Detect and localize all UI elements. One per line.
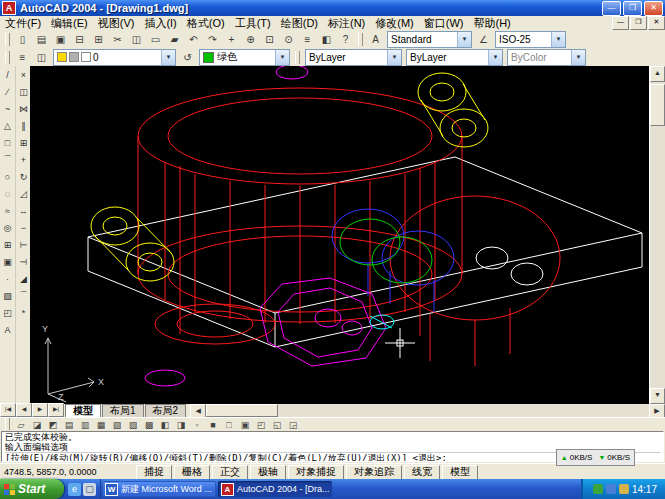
region-icon[interactable]: ◰ bbox=[0, 304, 16, 321]
clock[interactable]: 14:17 bbox=[632, 484, 657, 495]
undo-icon[interactable]: ↶ bbox=[184, 30, 203, 48]
restore-button[interactable]: ❐ bbox=[623, 1, 642, 16]
save-icon[interactable]: ▣ bbox=[51, 30, 70, 48]
menu-item[interactable]: 标注(N) bbox=[323, 16, 370, 31]
vertical-scroll-thumb[interactable] bbox=[650, 84, 665, 126]
color-combo[interactable]: 绿色 ▼ bbox=[199, 49, 290, 66]
circle-icon[interactable]: ○ bbox=[0, 168, 16, 185]
redo-icon[interactable]: ↷ bbox=[203, 30, 222, 48]
menu-item[interactable]: 修改(M) bbox=[370, 16, 419, 31]
mdi-restore-button[interactable]: ❐ bbox=[630, 16, 647, 30]
toolbar-grip[interactable] bbox=[5, 33, 10, 46]
menu-item[interactable]: 格式(O) bbox=[182, 16, 230, 31]
designcenter-icon[interactable]: ◧ bbox=[317, 30, 336, 48]
network-tray-icon[interactable] bbox=[606, 484, 616, 494]
taper-faces-icon[interactable]: ▩ bbox=[141, 419, 157, 431]
tab-model[interactable]: 模型 bbox=[65, 404, 101, 417]
taskbar-item-word[interactable]: W 新建 Microsoft Word ... bbox=[102, 481, 216, 497]
subtract-icon[interactable]: ◪ bbox=[29, 419, 45, 431]
start-button[interactable]: Start bbox=[0, 479, 64, 499]
status-toggle-button[interactable]: 模型 bbox=[442, 465, 478, 480]
line-icon[interactable]: / bbox=[0, 66, 16, 83]
cut-icon[interactable]: ✂ bbox=[108, 30, 127, 48]
mdi-minimize-button[interactable]: — bbox=[612, 16, 629, 30]
open-icon[interactable]: ▤ bbox=[32, 30, 51, 48]
menu-item[interactable]: 工具(T) bbox=[230, 16, 276, 31]
status-toggle-button[interactable]: 线宽 bbox=[404, 465, 440, 480]
rectangle-icon[interactable]: □ bbox=[0, 134, 16, 151]
layer-combo[interactable]: 0 ▼ bbox=[53, 49, 176, 66]
move-faces-icon[interactable]: ▥ bbox=[77, 419, 93, 431]
spline-icon[interactable]: ≈ bbox=[0, 202, 16, 219]
toolbar-grip[interactable] bbox=[5, 51, 10, 64]
menu-item[interactable]: 窗口(W) bbox=[419, 16, 469, 31]
linetype-combo[interactable]: ByLayer ▼ bbox=[305, 49, 402, 66]
show-desktop-icon[interactable]: ▢ bbox=[83, 483, 96, 496]
check-icon[interactable]: ◲ bbox=[285, 419, 301, 431]
menu-item[interactable]: 帮助(H) bbox=[469, 16, 516, 31]
ellipse-icon[interactable]: ◎ bbox=[0, 219, 16, 236]
toolbar-grip[interactable] bbox=[295, 51, 300, 64]
status-toggle-button[interactable]: 正交 bbox=[212, 465, 248, 480]
close-button[interactable]: ✕ bbox=[644, 1, 663, 16]
chevron-down-icon[interactable]: ▼ bbox=[387, 50, 401, 65]
menu-item[interactable]: 插入(I) bbox=[139, 16, 181, 31]
text-style-combo[interactable]: Standard ▼ bbox=[387, 31, 472, 48]
polygon-icon[interactable]: △ bbox=[0, 117, 16, 134]
vertical-scroll-track[interactable] bbox=[650, 126, 665, 388]
tab-nav-button[interactable]: |◀ bbox=[0, 403, 16, 417]
imprint-icon[interactable]: □ bbox=[221, 419, 237, 431]
status-toggle-button[interactable]: 对象捕捉 bbox=[288, 465, 344, 480]
properties-icon[interactable]: ≡ bbox=[298, 30, 317, 48]
horizontal-scrollbar[interactable]: ◀ ▶ bbox=[190, 404, 665, 417]
layer-previous-icon[interactable]: ↺ bbox=[178, 48, 197, 66]
chevron-down-icon[interactable]: ▼ bbox=[161, 50, 175, 65]
status-toggle-button[interactable]: 栅格 bbox=[174, 465, 210, 480]
arc-icon[interactable]: ⌒ bbox=[0, 151, 16, 168]
tab-nav-button[interactable]: ◀ bbox=[16, 403, 32, 417]
app-icon[interactable]: A bbox=[2, 1, 16, 15]
scroll-up-icon[interactable]: ▲ bbox=[650, 66, 665, 82]
union-icon[interactable]: ▱ bbox=[13, 419, 29, 431]
chevron-down-icon[interactable]: ▼ bbox=[457, 32, 471, 47]
menu-item[interactable]: 编辑(E) bbox=[46, 16, 93, 31]
insert-block-icon[interactable]: ⊞ bbox=[0, 236, 16, 253]
status-toggle-button[interactable]: 捕捉 bbox=[136, 465, 172, 480]
tab-layout2[interactable]: 布局2 bbox=[145, 404, 187, 417]
menu-item[interactable]: 视图(V) bbox=[93, 16, 140, 31]
chevron-down-icon[interactable]: ▼ bbox=[488, 50, 502, 65]
chevron-down-icon[interactable]: ▼ bbox=[551, 32, 565, 47]
drawing-area[interactable]: Y X Z bbox=[30, 66, 650, 404]
vertical-scrollbar[interactable]: ▲ ▼ bbox=[649, 66, 665, 404]
plotstyle-combo[interactable]: ByColor ▼ bbox=[507, 49, 586, 66]
mtext-icon[interactable]: A bbox=[0, 321, 16, 338]
hatch-icon[interactable]: ▨ bbox=[0, 287, 16, 304]
extrude-faces-icon[interactable]: ▤ bbox=[61, 419, 77, 431]
coordinate-readout[interactable]: 4748.5, 5857.0, 0.0000 bbox=[4, 467, 136, 477]
polyline-icon[interactable]: ~ bbox=[0, 100, 16, 117]
minimize-button[interactable]: — bbox=[602, 1, 621, 16]
color-edges-icon[interactable]: ■ bbox=[205, 419, 221, 431]
construction-line-icon[interactable]: ∕ bbox=[0, 83, 16, 100]
new-icon[interactable]: ▯ bbox=[13, 30, 32, 48]
tab-nav-button[interactable]: ▶| bbox=[48, 403, 64, 417]
zoom-previous-icon[interactable]: ⊙ bbox=[279, 30, 298, 48]
status-toggle-button[interactable]: 对象追踪 bbox=[346, 465, 402, 480]
zoom-realtime-icon[interactable]: ⊕ bbox=[241, 30, 260, 48]
copy-faces-icon[interactable]: ◧ bbox=[157, 419, 173, 431]
point-icon[interactable]: · bbox=[0, 270, 16, 287]
pan-icon[interactable]: + bbox=[222, 30, 241, 48]
menu-item[interactable]: 绘图(D) bbox=[276, 16, 323, 31]
chevron-down-icon[interactable]: ▼ bbox=[275, 50, 289, 65]
lineweight-combo[interactable]: ByLayer ▼ bbox=[406, 49, 503, 66]
scroll-down-icon[interactable]: ▼ bbox=[650, 388, 665, 404]
match-properties-icon[interactable]: ▰ bbox=[165, 30, 184, 48]
zoom-window-icon[interactable]: ⊡ bbox=[260, 30, 279, 48]
antivirus-tray-icon[interactable] bbox=[593, 484, 603, 494]
horizontal-scroll-track[interactable] bbox=[278, 404, 649, 417]
make-block-icon[interactable]: ▣ bbox=[0, 253, 16, 270]
clean-icon[interactable]: ▣ bbox=[237, 419, 253, 431]
copy-clip-icon[interactable]: ◫ bbox=[127, 30, 146, 48]
status-toggle-button[interactable]: 极轴 bbox=[250, 465, 286, 480]
mdi-close-button[interactable]: ✕ bbox=[648, 16, 665, 30]
